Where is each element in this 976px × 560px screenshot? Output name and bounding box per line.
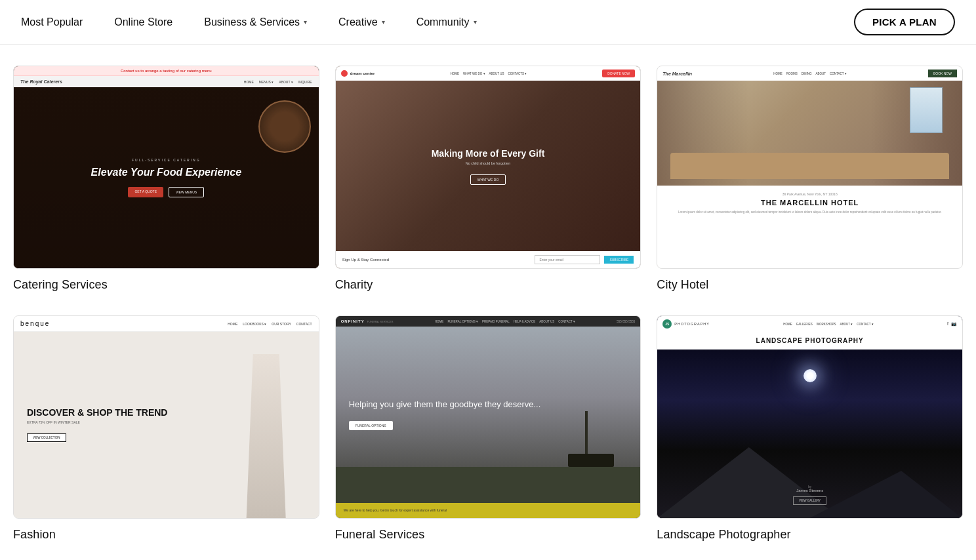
- charity-nav: dream center HOME WHAT WE DO ▾ ABOUT US …: [336, 66, 641, 81]
- chevron-down-icon: ▾: [304, 18, 307, 26]
- template-thumb-funeral[interactable]: ONFINITY FUNERAL SERVICES HOME FUNERAL O…: [335, 315, 641, 519]
- photo-moon: [803, 369, 817, 382]
- photo-nav: JS PHOTOGRAPHY HOME GALLERIES WORKSHOPS …: [657, 316, 962, 332]
- template-label-catering: Catering Services: [13, 278, 319, 292]
- template-label-hotel: City Hotel: [657, 278, 963, 292]
- template-grid-container: Contact us to arrange a tasting of our c…: [0, 45, 976, 560]
- nav-community[interactable]: Community ▾: [417, 16, 477, 28]
- photo-caption: by James Stevens VIEW GALLERY: [793, 485, 826, 505]
- template-card-catering: Contact us to arrange a tasting of our c…: [13, 66, 319, 292]
- funeral-nav: ONFINITY FUNERAL SERVICES HOME FUNERAL O…: [336, 316, 641, 327]
- template-grid: Contact us to arrange a tasting of our c…: [13, 66, 963, 542]
- catering-view-menus-btn: VIEW MENUS: [169, 187, 204, 197]
- template-thumb-charity[interactable]: dream center HOME WHAT WE DO ▾ ABOUT US …: [335, 66, 641, 269]
- photo-header: LANDSCAPE PHOTOGRAPHY: [657, 332, 962, 350]
- charity-footer: Sign Up & Stay Connected SUBSCRIBE: [336, 251, 641, 268]
- hotel-info: 36 Park Avenue, New York, NY 10016 THE M…: [657, 186, 962, 268]
- charity-donate-btn: DONATE NOW: [602, 70, 635, 77]
- template-label-charity: Charity: [335, 278, 641, 292]
- catering-topbar: Contact us to arrange a tasting of our c…: [14, 66, 319, 76]
- chevron-down-icon: ▾: [474, 18, 477, 26]
- template-label-fashion: Fashion: [13, 528, 319, 542]
- charity-logo-icon: [341, 70, 348, 77]
- photo-mountain-left: [657, 439, 840, 518]
- template-card-fashion: benque HOME LOOKBOOKS ▾ OUR STORY CONTAC…: [13, 315, 319, 542]
- template-thumb-hotel[interactable]: The Marcellin HOME ROOMS DINING ABOUT CO…: [657, 66, 963, 269]
- nav-business-services[interactable]: Business & Services ▾: [204, 16, 307, 28]
- nav-creative[interactable]: Creative ▾: [338, 16, 385, 28]
- photo-gallery-btn: VIEW GALLERY: [793, 496, 826, 505]
- catering-nav: The Royal Caterers HOME MENUS ▾ ABOUT ▾ …: [14, 76, 319, 87]
- template-thumb-fashion[interactable]: benque HOME LOOKBOOKS ▾ OUR STORY CONTAC…: [13, 315, 319, 519]
- fashion-cta-btn: VIEW COLLECTION: [27, 433, 66, 442]
- hotel-nav: The Marcellin HOME ROOMS DINING ABOUT CO…: [657, 66, 962, 81]
- nav-online-store[interactable]: Online Store: [114, 16, 173, 28]
- template-label-funeral: Funeral Services: [335, 528, 641, 542]
- template-card-funeral: ONFINITY FUNERAL SERVICES HOME FUNERAL O…: [335, 315, 641, 542]
- funeral-hero: Helping you give them the goodbye they d…: [336, 327, 641, 503]
- photo-logo-badge: JS: [662, 319, 672, 329]
- template-card-charity: dream center HOME WHAT WE DO ▾ ABOUT US …: [335, 66, 641, 292]
- hotel-hero-image: [657, 81, 962, 186]
- fashion-hero: DISCOVER & SHOP THE TREND EXTRA 75% OFF …: [14, 332, 319, 518]
- template-card-photo: JS PHOTOGRAPHY HOME GALLERIES WORKSHOPS …: [657, 315, 963, 542]
- template-label-photo: Landscape Photographer: [657, 528, 963, 542]
- charity-cta-btn: WHAT WE DO: [470, 174, 506, 185]
- template-card-hotel: The Marcellin HOME ROOMS DINING ABOUT CO…: [657, 66, 963, 292]
- charity-email-input[interactable]: [535, 255, 600, 264]
- photo-mountain-right: [810, 459, 962, 518]
- nav-items: Most Popular Online Store Business & Ser…: [21, 16, 854, 28]
- fashion-nav: benque HOME LOOKBOOKS ▾ OUR STORY CONTAC…: [14, 316, 319, 332]
- catering-hero: FULL-SERVICE CATERING Elevate Your Food …: [14, 87, 319, 268]
- funeral-cta-btn: FUNERAL OPTIONS: [349, 421, 393, 430]
- catering-get-quote-btn: GET A QUOTE: [128, 187, 163, 197]
- catering-food-decoration: [258, 100, 311, 153]
- fashion-model-decoration: [234, 354, 299, 518]
- charity-subscribe-btn: SUBSCRIBE: [604, 256, 634, 264]
- template-thumb-catering[interactable]: Contact us to arrange a tasting of our c…: [13, 66, 319, 269]
- main-nav: Most Popular Online Store Business & Ser…: [0, 0, 976, 45]
- photo-hero-image: by James Stevens VIEW GALLERY: [657, 350, 962, 518]
- charity-hero: Making More of Every Gift No child shoul…: [336, 81, 641, 251]
- chevron-down-icon: ▾: [382, 18, 385, 26]
- template-thumb-photo[interactable]: JS PHOTOGRAPHY HOME GALLERIES WORKSHOPS …: [657, 315, 963, 519]
- nav-most-popular[interactable]: Most Popular: [21, 16, 83, 28]
- funeral-footer: We are here to help you. Get in touch fo…: [336, 503, 641, 518]
- hotel-book-btn: BOOK NOW: [928, 70, 957, 77]
- pick-plan-button[interactable]: PICK A PLAN: [854, 9, 955, 35]
